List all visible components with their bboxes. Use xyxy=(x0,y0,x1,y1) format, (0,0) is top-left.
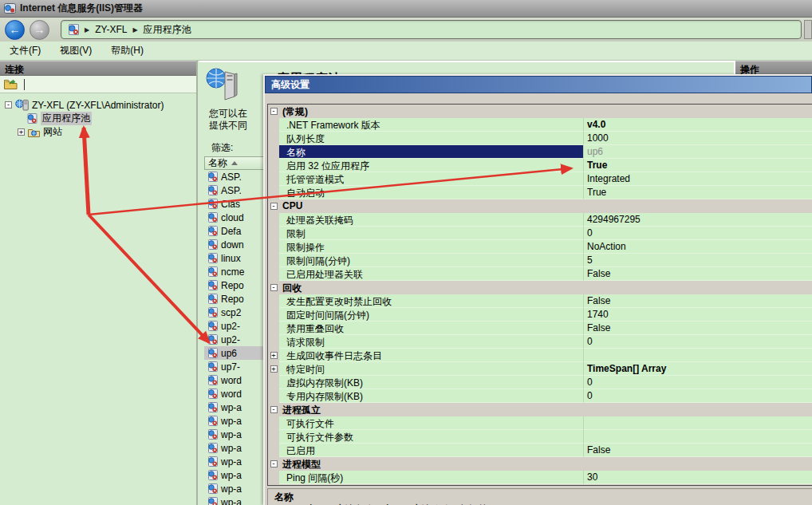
property-name: 禁用重叠回收 xyxy=(279,322,583,335)
property-value[interactable] xyxy=(583,416,812,430)
grid-property-row[interactable]: +特定时间TimeSpan[] Array xyxy=(268,362,812,376)
grid-property-row[interactable]: 限制0 xyxy=(268,227,812,240)
expand-icon[interactable]: + xyxy=(18,128,25,136)
grid-property-row[interactable]: .NET Framework 版本v4.0 xyxy=(268,118,812,132)
property-value[interactable]: True xyxy=(583,186,812,199)
row-indent-cell xyxy=(268,172,279,186)
grid-property-row[interactable]: 请求限制0 xyxy=(268,335,812,349)
row-indent-cell xyxy=(268,376,279,389)
app-pool-icon xyxy=(207,456,218,467)
property-grid: -(常规).NET Framework 版本v4.0队列长度1000名称up6启… xyxy=(267,104,812,486)
grid-property-row[interactable]: 队列长度1000 xyxy=(268,132,812,145)
grid-property-row[interactable]: 限制操作NoAction xyxy=(268,240,812,254)
tree-node-sites[interactable]: + 网站 xyxy=(18,125,196,139)
property-value[interactable]: 4294967295 xyxy=(583,213,812,227)
property-value[interactable]: TimeSpan[] Array xyxy=(583,362,812,376)
app-pool-icon xyxy=(207,280,218,290)
back-button[interactable]: ← xyxy=(5,20,25,40)
grid-property-row[interactable]: 专用内存限制(KB)0 xyxy=(268,389,812,403)
collapse-icon[interactable]: - xyxy=(270,108,278,115)
list-item-label: wp-a xyxy=(221,483,242,495)
grid-property-row[interactable]: 发生配置更改时禁止回收False xyxy=(268,294,812,308)
property-value[interactable]: v4.0 xyxy=(583,118,812,132)
property-value[interactable]: False xyxy=(583,267,812,281)
property-name: 已启用处理器关联 xyxy=(279,267,583,281)
list-item-label: wp-a xyxy=(221,416,242,427)
grid-property-row[interactable]: 可执行文件参数 xyxy=(268,430,812,444)
property-name: 虚拟内存限制(KB) xyxy=(279,376,583,389)
row-indent-cell xyxy=(268,240,279,254)
menu-item[interactable]: 文件(F) xyxy=(0,41,50,60)
collapse-icon[interactable]: - xyxy=(270,284,278,291)
grid-section-row[interactable]: -进程模型 xyxy=(268,457,812,471)
tree-node-app-pools[interactable]: 应用程序池 xyxy=(18,112,196,125)
property-value[interactable]: 30 xyxy=(583,471,812,484)
grid-property-row[interactable]: 处理器关联掩码4294967295 xyxy=(268,213,812,227)
forward-button[interactable]: → xyxy=(30,20,49,40)
property-value[interactable]: 0 xyxy=(583,335,812,349)
address-bar[interactable]: ▶ZY-XFL▶应用程序池 xyxy=(61,20,802,39)
window-titlebar: Internet 信息服务(IIS)管理器 xyxy=(0,0,812,18)
grid-property-row[interactable]: 已启用False xyxy=(268,444,812,457)
tree-node-server[interactable]: - ZY-XFL (ZY-XFL\Administrator) xyxy=(5,98,196,112)
property-value[interactable]: up6 xyxy=(583,145,812,159)
grid-section-row[interactable]: -(常规) xyxy=(268,105,812,118)
grid-property-row[interactable]: 可执行文件 xyxy=(268,416,812,430)
grid-property-row[interactable]: +生成回收事件日志条目 xyxy=(268,349,812,362)
tree-node-server-label[interactable]: ZY-XFL (ZY-XFL\Administrator) xyxy=(32,100,164,111)
property-value[interactable] xyxy=(583,430,812,444)
property-value[interactable]: False xyxy=(583,294,812,308)
grid-property-row[interactable]: 禁用重叠回收False xyxy=(268,322,812,335)
expand-icon[interactable]: + xyxy=(270,352,278,359)
app-pool-icon xyxy=(207,212,218,223)
grid-section-row[interactable]: -回收 xyxy=(268,281,812,294)
grid-property-row[interactable]: 自动启动True xyxy=(268,186,812,199)
property-name: 可执行文件 xyxy=(279,416,583,430)
collapse-icon[interactable]: - xyxy=(270,203,278,210)
row-indent-cell xyxy=(268,471,279,484)
collapse-icon[interactable]: - xyxy=(270,460,278,468)
menu-item[interactable]: 帮助(H) xyxy=(101,41,153,60)
property-value[interactable]: True xyxy=(583,159,812,172)
dialog-titlebar[interactable]: 高级设置 xyxy=(265,76,812,93)
grid-property-row[interactable]: 虚拟内存限制(KB)0 xyxy=(268,376,812,389)
property-value[interactable]: 1740 xyxy=(583,308,812,322)
grid-property-row[interactable]: 托管管道模式Integrated xyxy=(268,172,812,186)
property-value[interactable]: 0 xyxy=(583,227,812,240)
grid-property-row[interactable]: 固定时间间隔(分钟)1740 xyxy=(268,308,812,322)
grid-property-row[interactable]: 限制间隔(分钟)5 xyxy=(268,254,812,267)
menu-item[interactable]: 视图(V) xyxy=(50,41,101,60)
navigation-toolbar: ← → ▶ZY-XFL▶应用程序池 xyxy=(0,18,812,41)
save-connections-icon[interactable] xyxy=(4,79,18,90)
property-value[interactable] xyxy=(583,349,812,362)
breadcrumb-item[interactable]: ZY-XFL xyxy=(95,24,127,35)
app-pool-icon xyxy=(207,321,218,331)
tree-node-sites-label[interactable]: 网站 xyxy=(43,125,62,139)
collapse-icon[interactable]: - xyxy=(270,406,278,413)
expand-icon[interactable]: + xyxy=(270,365,278,373)
property-value[interactable]: 0 xyxy=(583,389,812,403)
grid-property-row[interactable]: 已启用处理器关联False xyxy=(268,267,812,281)
tree-node-app-pools-label[interactable]: 应用程序池 xyxy=(41,112,92,125)
property-value[interactable]: Integrated xyxy=(583,172,812,186)
list-item-label: ASP. xyxy=(221,172,242,183)
refresh-button-clipped[interactable] xyxy=(804,20,812,39)
grid-property-row[interactable]: 名称up6 xyxy=(268,145,812,159)
collapse-icon[interactable]: - xyxy=(5,101,12,108)
property-value[interactable]: NoAction xyxy=(583,240,812,254)
breadcrumb-item[interactable]: 应用程序池 xyxy=(144,23,191,37)
property-value[interactable]: 5 xyxy=(583,254,812,267)
section-header-label: 进程模型 xyxy=(279,457,812,471)
grid-section-row[interactable]: -CPU xyxy=(268,199,812,213)
grid-property-row[interactable]: Ping 间隔(秒)30 xyxy=(268,471,812,484)
property-value[interactable]: False xyxy=(583,322,812,335)
property-value[interactable]: 0 xyxy=(583,376,812,389)
app-pool-icon xyxy=(207,348,218,358)
property-value[interactable]: False xyxy=(583,444,812,457)
connections-tree: - ZY-XFL (ZY-XFL\Administrator) xyxy=(0,93,196,139)
grid-property-row[interactable]: 启用 32 位应用程序True xyxy=(268,159,812,172)
grid-section-row[interactable]: -进程孤立 xyxy=(268,403,812,416)
menu-bar: 文件(F)视图(V)帮助(H) xyxy=(0,41,812,61)
property-value[interactable]: 1000 xyxy=(583,132,812,145)
list-item-label: wp-a xyxy=(221,443,242,454)
